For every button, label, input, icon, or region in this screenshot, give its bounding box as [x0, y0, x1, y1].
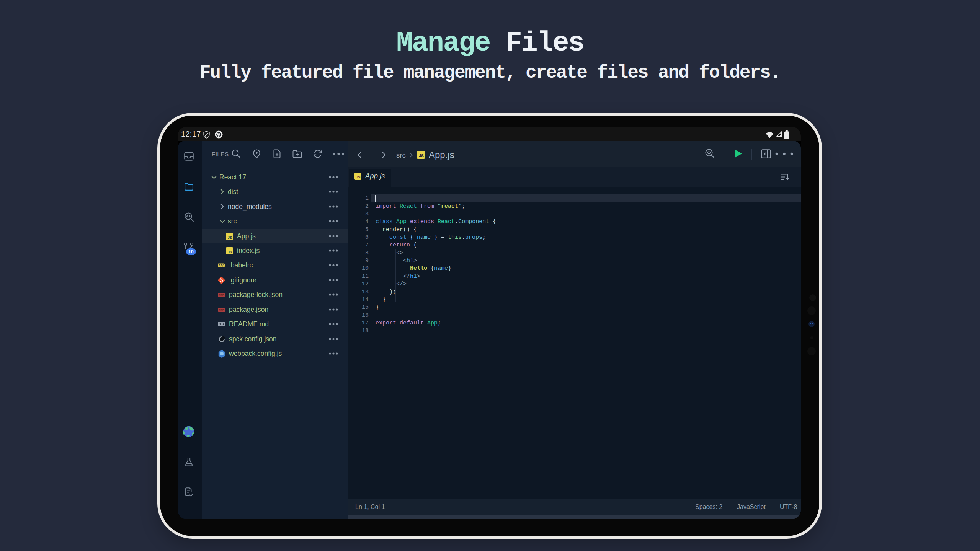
svg-text:JS: JS	[228, 235, 232, 240]
svg-text:JS: JS	[228, 250, 232, 254]
svg-text:JS: JS	[356, 175, 360, 179]
svg-text:JS: JS	[419, 153, 424, 158]
